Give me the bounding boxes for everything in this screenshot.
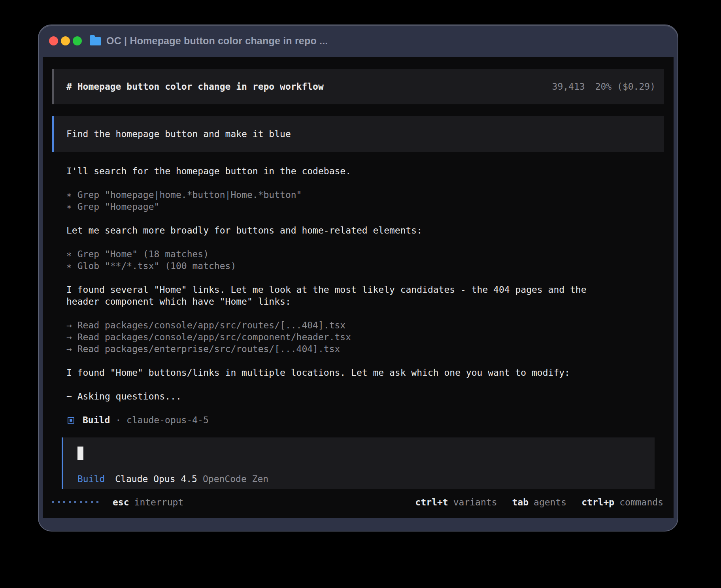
- token-count: 39,413: [552, 81, 585, 92]
- window-title: OC | Homepage button color change in rep…: [106, 35, 328, 47]
- terminal-window: OC | Homepage button color change in rep…: [38, 24, 678, 531]
- status-bar: esc interrupt ctrl+t variants tab agents…: [43, 489, 674, 518]
- assistant-text: I found several "Home" links. Let me loo…: [66, 284, 664, 296]
- hint-variants: ctrl+t variants: [415, 496, 497, 508]
- separator-dot: ·: [115, 414, 121, 426]
- tool-call-read: → Read packages/enterprise/src/routes/[.…: [66, 343, 664, 355]
- tool-call-glob: ∗ Glob "**/*.tsx" (100 matches): [66, 260, 664, 272]
- esc-key-label: interrupt: [134, 496, 184, 508]
- user-message: Find the homepage button and make it blu…: [52, 116, 664, 152]
- esc-key-hint: esc: [113, 496, 129, 508]
- agent-name: Build: [83, 414, 110, 426]
- tool-call-read: → Read packages/console/app/src/componen…: [66, 331, 664, 343]
- session-title: # Homepage button color change in repo w…: [66, 81, 324, 92]
- session-header: # Homepage button color change in repo w…: [52, 69, 664, 104]
- working-status: ~ Asking questions...: [66, 390, 664, 402]
- model-row: Build Claude Opus 4.5 OpenCode Zen: [77, 473, 642, 485]
- agent-model: claude-opus-4-5: [126, 414, 209, 426]
- context-cost: 20% ($0.29): [595, 81, 655, 92]
- tool-call-grep: ∗ Grep "homepage|home.*button|Home.*butt…: [66, 189, 664, 201]
- traffic-lights: [49, 36, 82, 45]
- assistant-text: header component which have "Home" links…: [66, 296, 664, 307]
- agent-status-icon: [68, 417, 74, 424]
- tool-call-grep: ∗ Grep "Home" (18 matches): [66, 248, 664, 260]
- model-name[interactable]: Claude Opus 4.5: [115, 473, 197, 485]
- assistant-text: I found "Home" buttons/links in multiple…: [66, 367, 664, 379]
- text-cursor: [77, 447, 83, 460]
- close-button[interactable]: [49, 36, 58, 45]
- tool-call-grep: ∗ Grep "Homepage": [66, 201, 664, 213]
- agent-attribution: Build · claude-opus-4-5: [66, 414, 664, 426]
- assistant-text: I'll search for the homepage button in t…: [66, 165, 664, 177]
- provider-name: OpenCode Zen: [203, 473, 268, 485]
- session-stats: 39,413 20% ($0.29): [552, 81, 655, 92]
- tool-call-read: → Read packages/console/app/src/routes/[…: [66, 319, 664, 331]
- prompt-input[interactable]: Build Claude Opus 4.5 OpenCode Zen: [62, 437, 655, 489]
- folder-icon: [90, 37, 101, 45]
- progress-dots: [52, 501, 98, 503]
- user-message-text: Find the homepage button and make it blu…: [66, 128, 291, 140]
- zoom-button[interactable]: [73, 36, 82, 45]
- mode-label[interactable]: Build: [77, 473, 105, 485]
- window-titlebar[interactable]: OC | Homepage button color change in rep…: [39, 25, 678, 56]
- hint-commands: ctrl+p commands: [581, 496, 663, 508]
- terminal-content: # Homepage button color change in repo w…: [43, 57, 674, 518]
- assistant-response: I'll search for the homepage button in t…: [52, 152, 664, 426]
- assistant-text: Let me search more broadly for buttons a…: [66, 224, 664, 236]
- hint-agents: tab agents: [512, 496, 566, 508]
- chat-area: # Homepage button color change in repo w…: [43, 57, 674, 489]
- minimize-button[interactable]: [61, 36, 70, 45]
